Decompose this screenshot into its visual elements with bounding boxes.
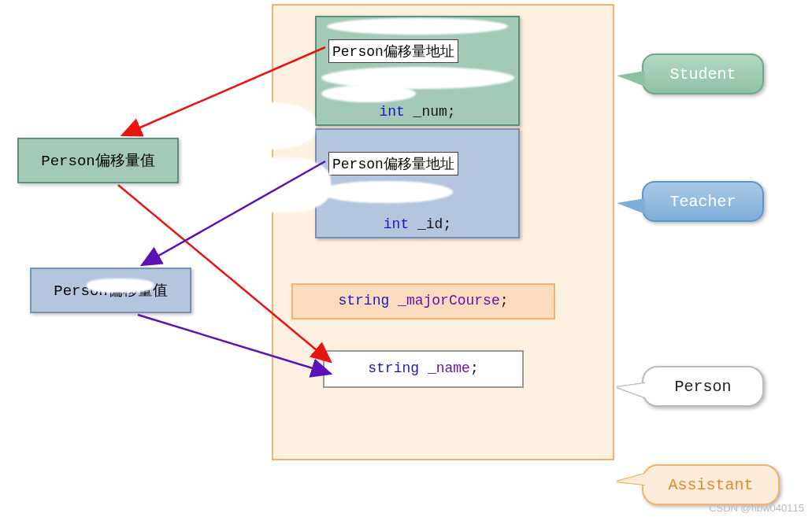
callout-student-label: Student [669, 65, 736, 83]
assistant-field: string _majorCourse; [293, 293, 554, 308]
scribble [87, 279, 154, 293]
scribble [321, 85, 416, 102]
teacher-field: int _id; [317, 216, 518, 232]
assistant-type: string [338, 293, 389, 308]
student-var: _num [413, 104, 447, 120]
scribble [319, 181, 453, 203]
person-field: string _name; [324, 360, 522, 376]
callout-teacher: Teacher [642, 181, 764, 222]
callout-person-label: Person [674, 378, 731, 396]
person-var: _name [428, 360, 470, 376]
teacher-var: _id [417, 216, 443, 232]
scribble [327, 18, 508, 35]
person-type: string [368, 360, 419, 376]
callout-assistant-label: Assistant [668, 476, 753, 494]
student-field: int _num; [317, 104, 518, 120]
teacher-semi: ; [443, 216, 451, 232]
assistant-semi: ; [500, 293, 509, 308]
callout-assistant: Assistant [642, 464, 780, 505]
callout-student: Student [642, 54, 764, 94]
student-semi: ; [447, 104, 456, 120]
scribble [205, 102, 315, 150]
teacher-offset-addr: Person偏移量地址 [328, 152, 458, 175]
watermark: CSDN @hbw040115 [709, 502, 804, 514]
student-offset-addr: Person偏移量地址 [328, 39, 458, 63]
offset-value-1-label: Person偏移量值 [41, 150, 154, 171]
teacher-type: int [384, 216, 409, 232]
assistant-var: _majorCourse [398, 293, 500, 308]
person-block: string _name; [323, 350, 524, 388]
person-semi: ; [470, 360, 479, 376]
callout-person: Person [642, 366, 764, 407]
student-type: int [379, 104, 404, 120]
scribble [228, 157, 331, 212]
assistant-field-block: string _majorCourse; [291, 283, 555, 319]
callout-teacher-label: Teacher [669, 193, 736, 211]
offset-value-1: Person偏移量值 [17, 138, 179, 183]
